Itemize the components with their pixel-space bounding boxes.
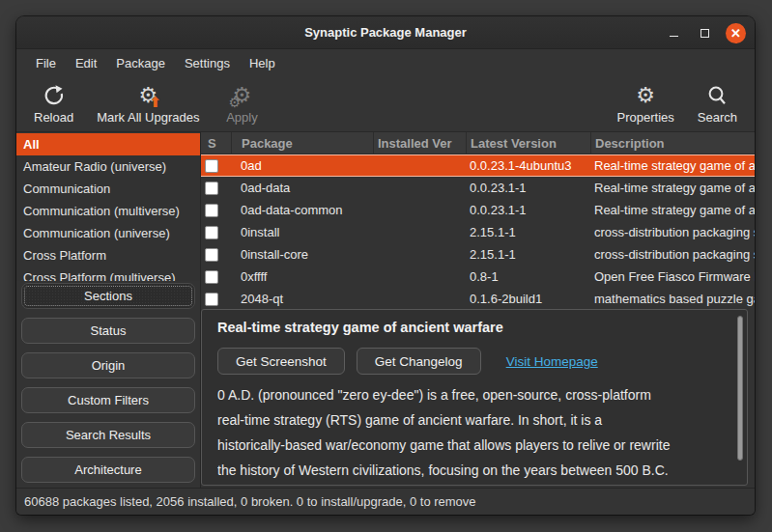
titlebar[interactable]: Synaptic Package Manager ✕: [16, 16, 755, 49]
synaptic-window: Synaptic Package Manager ✕ File Edit Pac…: [16, 16, 755, 515]
table-row[interactable]: 0xffff 0.8-1 Open Free Fiasco Firmware F…: [201, 266, 755, 288]
package-name: 0install-core: [231, 247, 373, 262]
package-description: cross-distribution packaging system: [590, 225, 755, 239]
menu-help[interactable]: Help: [240, 52, 285, 74]
package-checkbox[interactable]: [205, 159, 218, 173]
latest-version: 2.15.1-1: [466, 247, 590, 262]
package-description: Real-time strategy game of ancient warfa…: [590, 203, 755, 217]
minimize-button[interactable]: [664, 23, 684, 43]
maximize-icon: [701, 29, 709, 38]
search-icon: [705, 83, 729, 108]
apply-label: Apply: [226, 110, 258, 125]
menu-file[interactable]: File: [26, 52, 66, 74]
toolbar-spacer: [272, 76, 605, 131]
package-checkbox[interactable]: [205, 204, 218, 217]
category-amateur-radio[interactable]: Amateur Radio (universe): [16, 155, 200, 178]
table-row[interactable]: 0install 2.15.1-1 cross-distribution pac…: [201, 221, 755, 243]
status-text: 60688 packages listed, 2056 installed, 0…: [24, 494, 476, 509]
mark-all-upgrades-label: Mark All Upgrades: [97, 110, 199, 125]
category-communication-multiverse[interactable]: Communication (multiverse): [16, 200, 200, 222]
reload-icon: [43, 83, 66, 108]
apply-button: ⚙ ⚙ Apply: [211, 76, 272, 131]
package-checkbox[interactable]: [205, 248, 218, 262]
package-name: 2048-qt: [231, 292, 373, 306]
table-row[interactable]: 0install-core 2.15.1-1 cross-distributio…: [201, 243, 755, 266]
close-button[interactable]: ✕: [726, 23, 746, 43]
menubar: File Edit Package Settings Help: [16, 49, 755, 76]
package-description: Open Free Fiasco Firmware Flasher: [590, 269, 755, 284]
details-scrollbar[interactable]: [737, 316, 743, 461]
properties-label: Properties: [617, 110, 674, 125]
mark-all-upgrades-icon: ⚙ ⬆: [138, 83, 157, 108]
package-name: 0ad: [231, 158, 373, 173]
get-screenshot-button[interactable]: Get Screenshot: [217, 348, 345, 375]
category-cross-platform[interactable]: Cross Platform: [16, 244, 200, 266]
category-communication[interactable]: Communication: [16, 178, 200, 200]
latest-version: 0.8-1: [466, 269, 590, 284]
column-header-installed-version[interactable]: Installed Ver: [373, 132, 466, 154]
window-title: Synaptic Package Manager: [304, 25, 467, 40]
search-label: Search: [698, 110, 737, 125]
column-header-s[interactable]: S: [201, 132, 231, 154]
architecture-button[interactable]: Architecture: [21, 457, 195, 483]
package-checkbox[interactable]: [205, 226, 218, 239]
table-header: S Package Installed Ver Latest Version D…: [201, 132, 755, 154]
package-checkbox[interactable]: [205, 293, 218, 306]
package-name: 0ad-data: [231, 181, 373, 195]
visit-homepage-link[interactable]: Visit Homepage: [506, 354, 598, 369]
category-all[interactable]: All: [16, 133, 200, 155]
maximize-button[interactable]: [695, 23, 715, 43]
window-controls: ✕: [664, 16, 746, 49]
menu-edit[interactable]: Edit: [66, 52, 106, 74]
content-area: All Amateur Radio (universe) Communicati…: [16, 132, 755, 488]
mark-all-upgrades-button[interactable]: ⚙ ⬆ Mark All Upgrades: [85, 76, 211, 131]
latest-version: 0.0.23.1-1: [466, 181, 590, 195]
category-list: All Amateur Radio (universe) Communicati…: [16, 133, 200, 281]
details-description: 0 A.D. (pronounced "zero ey-dee") is a f…: [217, 382, 731, 486]
menu-settings[interactable]: Settings: [175, 52, 240, 74]
origin-button[interactable]: Origin: [21, 352, 195, 378]
sidebar: All Amateur Radio (universe) Communicati…: [16, 132, 200, 488]
package-checkbox[interactable]: [205, 182, 218, 195]
table-row[interactable]: 0ad-data 0.0.23.1-1 Real-time strategy g…: [201, 177, 755, 199]
sections-button[interactable]: Sections: [21, 283, 195, 309]
menu-package[interactable]: Package: [106, 52, 175, 74]
column-header-description[interactable]: Description: [590, 132, 755, 154]
package-name: 0ad-data-common: [231, 203, 373, 217]
category-communication-universe[interactable]: Communication (universe): [16, 222, 200, 244]
package-description: Real-time strategy game of ancient warfa…: [590, 181, 755, 195]
apply-icon: ⚙ ⚙: [233, 83, 252, 108]
package-pane: S Package Installed Ver Latest Version D…: [201, 132, 755, 488]
latest-version: 0.0.23.1-1: [466, 203, 590, 217]
minimize-icon: [670, 36, 678, 37]
upgrade-arrow-icon: ⬆: [150, 94, 162, 111]
reload-button[interactable]: Reload: [22, 76, 85, 131]
package-checkbox[interactable]: [205, 270, 218, 284]
search-results-button[interactable]: Search Results: [21, 422, 195, 448]
package-description: cross-distribution packaging system (cor…: [590, 247, 755, 262]
column-header-package[interactable]: Package: [231, 132, 373, 154]
properties-button[interactable]: ⚙ Properties: [606, 76, 686, 131]
package-name: 0install: [231, 225, 373, 239]
details-title: Real-time strategy game of ancient warfa…: [217, 320, 731, 342]
reload-label: Reload: [34, 110, 73, 125]
table-row[interactable]: 0ad-data-common 0.0.23.1-1 Real-time str…: [201, 199, 755, 221]
package-description: mathematics based puzzle game: [590, 292, 755, 306]
package-name: 0xffff: [231, 269, 373, 284]
properties-gear-icon: ⚙: [636, 83, 655, 108]
column-header-latest-version[interactable]: Latest Version: [466, 132, 590, 154]
category-cross-platform-multiverse[interactable]: Cross Platform (multiverse): [16, 266, 200, 281]
search-button[interactable]: Search: [686, 76, 749, 131]
custom-filters-button[interactable]: Custom Filters: [21, 387, 195, 413]
get-changelog-button[interactable]: Get Changelog: [357, 348, 481, 375]
package-description: Real-time strategy game of ancient warfa…: [590, 158, 755, 173]
latest-version: 0.0.23.1-4ubuntu3: [466, 158, 590, 173]
status-button[interactable]: Status: [21, 318, 195, 344]
table-row[interactable]: 0ad 0.0.23.1-4ubuntu3 Real-time strategy…: [201, 154, 755, 177]
table-row[interactable]: 2048-qt 0.1.6-2build1 mathematics based …: [201, 288, 755, 310]
close-icon: ✕: [730, 27, 741, 40]
package-details-panel: Real-time strategy game of ancient warfa…: [201, 309, 748, 486]
latest-version: 0.1.6-2build1: [466, 292, 590, 306]
toolbar: Reload ⚙ ⬆ Mark All Upgrades ⚙ ⚙ Apply ⚙…: [16, 76, 755, 132]
details-actions: Get Screenshot Get Changelog Visit Homep…: [217, 348, 731, 375]
